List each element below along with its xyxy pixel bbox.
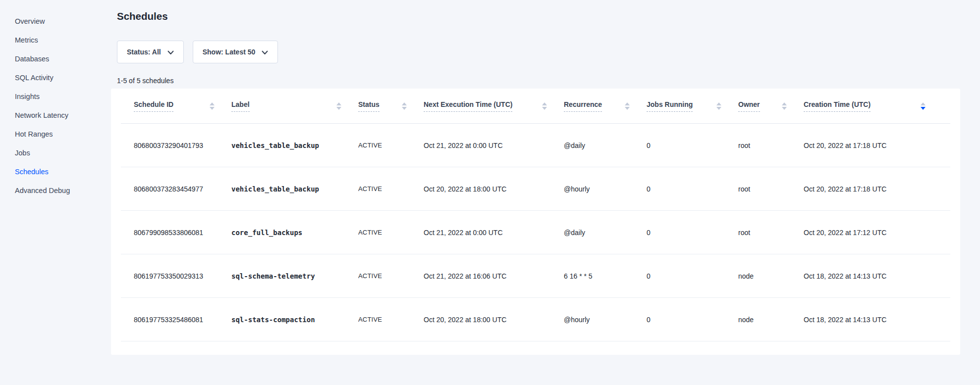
creation-time-cell: Oct 18, 2022 at 14:13 UTC <box>804 298 950 341</box>
recurrence-cell: @daily <box>564 211 647 254</box>
table-row: 806800373290401793 vehicles_table_backup… <box>121 124 950 167</box>
sort-arrows-icon <box>336 102 341 110</box>
filter-bar: Status: All Show: Latest 50 <box>117 41 960 63</box>
jobs-running-cell: 0 <box>647 124 738 167</box>
main-content: Schedules Status: All Show: Latest 50 1-… <box>111 0 980 385</box>
label-cell: vehicles_table_backup <box>231 167 358 211</box>
table-body: 806800373290401793 vehicles_table_backup… <box>121 124 950 341</box>
sort-arrows-icon <box>210 102 215 110</box>
table-row: 806799098533806081 core_full_backups ACT… <box>121 211 950 254</box>
sort-arrows-icon <box>542 102 547 110</box>
column-header-next-execution-time[interactable]: Next Execution Time (UTC) <box>424 89 564 124</box>
sort-arrows-icon <box>625 102 630 110</box>
chevron-down-icon <box>262 50 268 55</box>
show-limit-dropdown[interactable]: Show: Latest 50 <box>193 41 278 63</box>
status-filter-label: Status: All <box>127 48 161 56</box>
page-title: Schedules <box>117 10 960 22</box>
schedule-id-cell: 806197753325486081 <box>121 298 231 341</box>
next-execution-cell: Oct 20, 2022 at 18:00 UTC <box>424 298 564 341</box>
sidebar-item-sql-activity[interactable]: SQL Activity <box>0 68 111 87</box>
creation-time-cell: Oct 18, 2022 at 14:13 UTC <box>804 254 950 298</box>
schedule-id-cell: 806197753350029313 <box>121 254 231 298</box>
sidebar-item-overview[interactable]: Overview <box>0 12 111 31</box>
recurrence-cell: @hourly <box>564 167 647 211</box>
table-header: Schedule ID Label Status Next Execu <box>121 89 950 124</box>
column-label: Owner <box>738 100 760 112</box>
next-execution-cell: Oct 21, 2022 at 16:06 UTC <box>424 254 564 298</box>
recurrence-cell: @hourly <box>564 298 647 341</box>
column-header-jobs-running[interactable]: Jobs Running <box>647 89 738 124</box>
label-cell: vehicles_table_backup <box>231 124 358 167</box>
column-header-creation-time[interactable]: Creation Time (UTC) <box>804 89 950 124</box>
column-label: Status <box>358 100 380 112</box>
status-cell: ACTIVE <box>358 298 424 341</box>
column-label: Label <box>231 100 250 112</box>
status-cell: ACTIVE <box>358 124 424 167</box>
sidebar-item-insights[interactable]: Insights <box>0 87 111 106</box>
sidebar: Overview Metrics Databases SQL Activity … <box>0 0 111 385</box>
sidebar-item-hot-ranges[interactable]: Hot Ranges <box>0 125 111 144</box>
column-header-schedule-id[interactable]: Schedule ID <box>121 89 231 124</box>
schedules-table-card: Schedule ID Label Status Next Execu <box>111 89 960 355</box>
owner-cell: root <box>738 211 804 254</box>
sidebar-item-jobs[interactable]: Jobs <box>0 144 111 162</box>
label-cell: core_full_backups <box>231 211 358 254</box>
sort-arrows-icon <box>782 102 787 110</box>
page-layout: Overview Metrics Databases SQL Activity … <box>0 0 980 385</box>
owner-cell: root <box>738 124 804 167</box>
column-header-label[interactable]: Label <box>231 89 358 124</box>
sidebar-item-metrics[interactable]: Metrics <box>0 31 111 49</box>
status-cell: ACTIVE <box>358 167 424 211</box>
status-cell: ACTIVE <box>358 211 424 254</box>
sidebar-item-schedules[interactable]: Schedules <box>0 162 111 181</box>
results-count: 1-5 of 5 schedules <box>117 77 960 85</box>
column-label: Schedule ID <box>134 100 173 112</box>
status-filter-dropdown[interactable]: Status: All <box>117 41 184 63</box>
sidebar-item-network-latency[interactable]: Network Latency <box>0 106 111 125</box>
sort-arrows-icon <box>921 102 926 110</box>
table-header-row: Schedule ID Label Status Next Execu <box>121 89 950 124</box>
label-cell: sql-stats-compaction <box>231 298 358 341</box>
owner-cell: node <box>738 298 804 341</box>
schedules-table: Schedule ID Label Status Next Execu <box>121 89 950 341</box>
status-cell: ACTIVE <box>358 254 424 298</box>
table-row: 806197753350029313 sql-schema-telemetry … <box>121 254 950 298</box>
jobs-running-cell: 0 <box>647 298 738 341</box>
column-label: Recurrence <box>564 100 602 112</box>
sidebar-item-databases[interactable]: Databases <box>0 49 111 68</box>
table-row: 806197753325486081 sql-stats-compaction … <box>121 298 950 341</box>
schedule-id-cell: 806800373283454977 <box>121 167 231 211</box>
column-header-status[interactable]: Status <box>358 89 424 124</box>
chevron-down-icon <box>167 50 174 55</box>
recurrence-cell: 6 16 * * 5 <box>564 254 647 298</box>
table-row: 806800373283454977 vehicles_table_backup… <box>121 167 950 211</box>
recurrence-cell: @daily <box>564 124 647 167</box>
schedule-id-cell: 806800373290401793 <box>121 124 231 167</box>
owner-cell: node <box>738 254 804 298</box>
column-label: Jobs Running <box>647 100 693 112</box>
sort-arrows-icon <box>716 102 721 110</box>
schedule-id-cell: 806799098533806081 <box>121 211 231 254</box>
column-label: Next Execution Time (UTC) <box>424 100 512 112</box>
next-execution-cell: Oct 21, 2022 at 0:00 UTC <box>424 211 564 254</box>
column-label: Creation Time (UTC) <box>804 100 871 112</box>
column-header-recurrence[interactable]: Recurrence <box>564 89 647 124</box>
sidebar-item-advanced-debug[interactable]: Advanced Debug <box>0 181 111 200</box>
creation-time-cell: Oct 20, 2022 at 17:18 UTC <box>804 167 950 211</box>
jobs-running-cell: 0 <box>647 254 738 298</box>
owner-cell: root <box>738 167 804 211</box>
column-header-owner[interactable]: Owner <box>738 89 804 124</box>
creation-time-cell: Oct 20, 2022 at 17:18 UTC <box>804 124 950 167</box>
next-execution-cell: Oct 21, 2022 at 0:00 UTC <box>424 124 564 167</box>
jobs-running-cell: 0 <box>647 211 738 254</box>
label-cell: sql-schema-telemetry <box>231 254 358 298</box>
jobs-running-cell: 0 <box>647 167 738 211</box>
show-limit-label: Show: Latest 50 <box>203 48 256 56</box>
sort-arrows-icon <box>402 102 407 110</box>
next-execution-cell: Oct 20, 2022 at 18:00 UTC <box>424 167 564 211</box>
creation-time-cell: Oct 20, 2022 at 17:12 UTC <box>804 211 950 254</box>
